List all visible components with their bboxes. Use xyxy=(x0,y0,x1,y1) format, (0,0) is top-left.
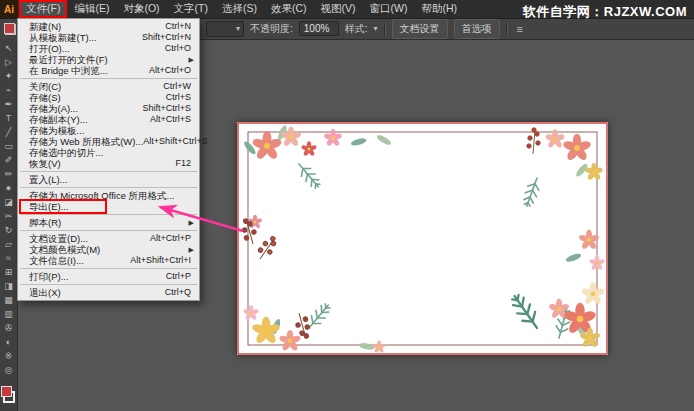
menu-separator xyxy=(20,214,197,215)
menu-item-shortcut: Ctrl+Q xyxy=(165,287,191,298)
menubar-item-type[interactable]: 文字(T) xyxy=(167,0,215,18)
symbol-sprayer-tool[interactable]: ※ xyxy=(0,349,17,363)
width-tool[interactable]: ≈ xyxy=(0,251,17,265)
magic-wand-tool[interactable]: ✦ xyxy=(0,69,17,83)
app-logo[interactable]: Ai xyxy=(0,0,18,18)
menu-item-close[interactable]: 关闭(C) Ctrl+W xyxy=(18,81,199,92)
brush-definition-dropdown[interactable]: ▾ xyxy=(206,21,244,37)
tool-icon: ⊞ xyxy=(5,268,13,277)
tool-icon: ✐ xyxy=(5,156,13,165)
menu-item-shortcut: Shift+Ctrl+S xyxy=(142,103,191,114)
opacity-input[interactable]: 100% xyxy=(299,21,339,36)
menu-item-document-setup[interactable]: 文档设置(D)... Alt+Ctrl+P xyxy=(18,233,199,244)
tool-icon: ◐ xyxy=(6,338,11,347)
type-tool[interactable]: T xyxy=(0,111,17,125)
zoom-tool[interactable]: ◎ xyxy=(0,363,17,377)
menu-item-label: 存储为模板... xyxy=(29,125,84,136)
menu-item-label: 退出(X) xyxy=(29,287,61,298)
menu-item-save-for-office[interactable]: 存储为 Microsoft Office 所用格式... xyxy=(18,190,199,201)
style-label: 样式: xyxy=(345,22,368,36)
rotate-tool[interactable]: ↻ xyxy=(0,223,17,237)
menu-item-label: 文档设置(D)... xyxy=(29,233,88,244)
menu-separator xyxy=(20,284,197,285)
menu-item-label: 从模板新建(T)... xyxy=(29,32,97,43)
panel-menu-icon[interactable]: ≡ xyxy=(514,23,526,35)
tool-icon: ⌁ xyxy=(6,86,11,95)
menu-item-revert[interactable]: 恢复(V) F12 xyxy=(18,158,199,169)
menu-item-label: 新建(N) xyxy=(29,21,61,32)
menu-item-save-as-template[interactable]: 存储为模板... xyxy=(18,125,199,136)
menubar-item-select[interactable]: 选择(S) xyxy=(215,0,264,18)
artboard[interactable] xyxy=(237,122,608,355)
menu-item-new-from-template[interactable]: 从模板新建(T)... Shift+Ctrl+N xyxy=(18,32,199,43)
watermark-text: 软件自学网：RJZXW.COM xyxy=(523,3,687,21)
menu-item-shortcut: Ctrl+S xyxy=(166,92,191,103)
document-setup-button[interactable]: 文档设置 xyxy=(392,19,448,39)
menu-separator xyxy=(20,78,197,79)
fill-color-swatch[interactable] xyxy=(1,386,12,397)
menu-item-label: 打印(P)... xyxy=(29,271,69,282)
paintbrush-tool[interactable]: ✐ xyxy=(0,153,17,167)
scale-tool[interactable]: ▱ xyxy=(0,237,17,251)
file-menu-dropdown: 新建(N) Ctrl+N 从模板新建(T)... Shift+Ctrl+N 打开… xyxy=(17,18,200,301)
blend-tool[interactable]: ◐ xyxy=(0,335,17,349)
menu-item-save-as[interactable]: 存储为(A)... Shift+Ctrl+S xyxy=(18,103,199,114)
menu-item-shortcut: Alt+Ctrl+S xyxy=(150,114,191,125)
menu-separator xyxy=(20,171,197,172)
menu-item-print[interactable]: 打印(P)... Ctrl+P xyxy=(18,271,199,282)
pen-tool[interactable]: ✒ xyxy=(0,97,17,111)
submenu-arrow-icon: ▶ xyxy=(189,217,194,228)
blob-brush-tool[interactable]: ● xyxy=(0,181,17,195)
menu-item-document-color-mode[interactable]: 文档颜色模式(M) ▶ xyxy=(18,244,199,255)
menu-item-label: 存储为 Microsoft Office 所用格式... xyxy=(29,190,175,201)
selection-tool[interactable]: ↖ xyxy=(0,41,17,55)
menu-item-save[interactable]: 存储(S) Ctrl+S xyxy=(18,92,199,103)
menu-item-save-selected-slices[interactable]: 存储选中的切片... xyxy=(18,147,199,158)
menu-item-exit[interactable]: 退出(X) Ctrl+Q xyxy=(18,287,199,298)
fill-swatch[interactable] xyxy=(4,23,15,34)
menu-item-place[interactable]: 置入(L)... xyxy=(18,174,199,185)
tool-icon: ※ xyxy=(5,352,13,361)
tool-icon: ◎ xyxy=(5,366,13,375)
tool-icon: ✏ xyxy=(5,170,13,179)
tool-icon: ● xyxy=(6,184,11,193)
menu-item-label: 关闭(C) xyxy=(29,81,61,92)
direct-selection-tool[interactable]: ▷ xyxy=(0,55,17,69)
fill-stroke-swatch[interactable] xyxy=(4,23,16,35)
menu-separator xyxy=(20,268,197,269)
tool-icon: ↻ xyxy=(5,226,13,235)
mesh-tool[interactable]: ▦ xyxy=(0,293,17,307)
menubar-item-file[interactable]: 文件(F) xyxy=(19,0,67,18)
menubar-item-view[interactable]: 视图(V) xyxy=(314,0,363,18)
chevron-down-icon[interactable]: ▾ xyxy=(374,24,378,33)
control-bar-divider xyxy=(384,22,386,36)
rectangle-tool[interactable]: ▭ xyxy=(0,139,17,153)
menubar-item-window[interactable]: 窗口(W) xyxy=(363,0,415,18)
menubar-item-object[interactable]: 对象(O) xyxy=(116,0,166,18)
pencil-tool[interactable]: ✏ xyxy=(0,167,17,181)
fill-stroke-proxy[interactable] xyxy=(1,386,15,403)
opacity-label: 不透明度: xyxy=(250,22,293,36)
menu-item-open[interactable]: 打开(O)... Ctrl+O xyxy=(18,43,199,54)
shape-builder-tool[interactable]: ◨ xyxy=(0,279,17,293)
menu-item-new[interactable]: 新建(N) Ctrl+N xyxy=(18,21,199,32)
menu-item-export[interactable]: 导出(E)... xyxy=(18,201,199,212)
menubar-item-effect[interactable]: 效果(C) xyxy=(264,0,314,18)
preferences-button[interactable]: 首选项 xyxy=(454,19,500,39)
free-transform-tool[interactable]: ⊞ xyxy=(0,265,17,279)
menubar-item-help[interactable]: 帮助(H) xyxy=(415,0,465,18)
menu-item-browse-in-bridge[interactable]: 在 Bridge 中浏览... Alt+Ctrl+O xyxy=(18,65,199,76)
menu-item-save-a-copy[interactable]: 存储副本(Y)... Alt+Ctrl+S xyxy=(18,114,199,125)
line-tool[interactable]: ╱ xyxy=(0,125,17,139)
menu-item-save-for-web[interactable]: 存储为 Web 所用格式(W)... Alt+Shift+Ctrl+S xyxy=(18,136,199,147)
eraser-tool[interactable]: ◪ xyxy=(0,195,17,209)
menu-item-scripts[interactable]: 脚本(R) ▶ xyxy=(18,217,199,228)
menubar-item-edit[interactable]: 编辑(E) xyxy=(67,0,116,18)
gradient-tool[interactable]: ▥ xyxy=(0,307,17,321)
eyedropper-tool[interactable]: ✇ xyxy=(0,321,17,335)
menu-item-file-info[interactable]: 文件信息(I)... Alt+Shift+Ctrl+I xyxy=(18,255,199,266)
scissors-tool[interactable]: ✂ xyxy=(0,209,17,223)
menu-item-open-recent[interactable]: 最近打开的文件(F) ▶ xyxy=(18,54,199,65)
lasso-tool[interactable]: ⌁ xyxy=(0,83,17,97)
menu-item-label: 文件信息(I)... xyxy=(29,255,84,266)
